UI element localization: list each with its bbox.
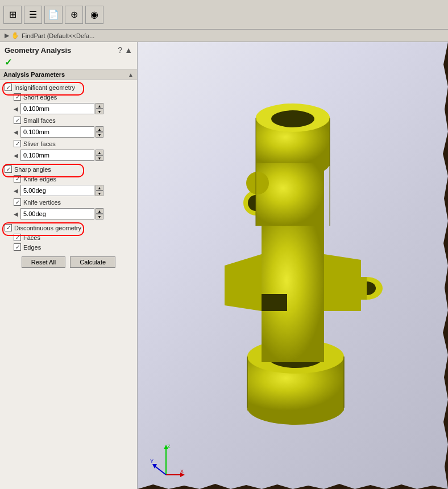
short-edges-item: Short edges bbox=[0, 92, 137, 102]
short-edges-input[interactable] bbox=[20, 103, 94, 114]
knife-vertices-input-row: ◀ ▲ ▼ bbox=[0, 207, 137, 221]
short-edges-label[interactable]: Short edges bbox=[23, 94, 57, 101]
faces-label[interactable]: Faces bbox=[23, 234, 40, 241]
green-checkmark: ✓ bbox=[0, 56, 137, 69]
knife-vertices-item: Knife vertices bbox=[0, 197, 137, 207]
small-faces-checkbox[interactable] bbox=[14, 117, 21, 124]
small-faces-input-row: ◀ ▲ ▼ bbox=[0, 125, 137, 139]
section-title: Analysis Parameters bbox=[3, 71, 65, 78]
right-boss-body bbox=[324, 277, 367, 300]
sliver-faces-label[interactable]: Sliver faces bbox=[23, 140, 56, 147]
small-faces-label[interactable]: Small faces bbox=[23, 117, 56, 124]
grid-button[interactable]: ⊞ bbox=[3, 6, 22, 24]
small-faces-spinner: ▲ ▼ bbox=[96, 126, 103, 138]
panel-title: Geometry Analysis bbox=[5, 46, 71, 55]
short-edges-nav-left-icon[interactable]: ◀ bbox=[13, 105, 19, 113]
sliver-faces-input[interactable] bbox=[20, 150, 94, 161]
short-edges-spin-down[interactable]: ▼ bbox=[96, 109, 103, 114]
knife-edges-nav-left-icon[interactable]: ◀ bbox=[13, 187, 19, 195]
document-title: FindPart (Default<<Defa... bbox=[22, 32, 94, 39]
discontinuous-geometry-label[interactable]: Discontinuous geometry bbox=[14, 225, 81, 231]
short-edges-checkbox[interactable] bbox=[14, 93, 21, 101]
knife-edges-input-row: ◀ ▲ ▼ bbox=[0, 184, 137, 197]
short-edges-spinner: ▲ ▼ bbox=[96, 103, 103, 114]
hand-icon: ✋ bbox=[11, 32, 19, 39]
section-collapse-icon: ▲ bbox=[128, 72, 134, 78]
short-edges-input-row: ◀ ▲ ▼ bbox=[0, 102, 137, 115]
toolbar: ⊞ ☰ 📄 ⊕ ◉ bbox=[0, 0, 448, 30]
part-svg bbox=[173, 67, 418, 453]
edges-item: Edges bbox=[0, 242, 137, 252]
knife-edges-spin-up[interactable]: ▲ bbox=[96, 185, 103, 190]
knife-vertices-label[interactable]: Knife vertices bbox=[23, 199, 61, 206]
sharp-angles-label[interactable]: Sharp angles bbox=[14, 166, 51, 173]
insignificant-geometry-checkbox[interactable] bbox=[5, 84, 12, 91]
axes: Z X Y bbox=[149, 444, 183, 478]
left-wing bbox=[225, 254, 262, 311]
left-panel: Geometry Analysis ? ▲ ✓ Analysis Paramet… bbox=[0, 42, 138, 489]
calculate-button[interactable]: Calculate bbox=[70, 256, 115, 268]
knife-vertices-input[interactable] bbox=[20, 208, 94, 219]
upper-hole bbox=[271, 110, 314, 127]
sharp-angles-item: Sharp angles bbox=[0, 164, 137, 174]
knife-edges-spin-down[interactable]: ▼ bbox=[96, 190, 103, 196]
main-area: Geometry Analysis ? ▲ ✓ Analysis Paramet… bbox=[0, 42, 448, 489]
knife-edges-spinner: ▲ ▼ bbox=[96, 185, 103, 196]
torn-edge-right bbox=[437, 42, 448, 489]
collapse-icon[interactable]: ▲ bbox=[125, 45, 132, 55]
sliver-faces-spin-down[interactable]: ▼ bbox=[96, 155, 103, 161]
faces-checkbox[interactable] bbox=[14, 234, 21, 241]
knife-vertices-spin-up[interactable]: ▲ bbox=[96, 208, 103, 214]
sharp-angles-checkbox[interactable] bbox=[5, 165, 12, 173]
upper-body-section bbox=[256, 163, 324, 226]
insignificant-geometry-label[interactable]: Insignificant geometry bbox=[14, 84, 75, 91]
knife-vertices-spinner: ▲ ▼ bbox=[96, 208, 103, 219]
upper-left-attach bbox=[246, 172, 269, 194]
expand-arrow-icon: ▶ bbox=[5, 32, 9, 39]
sliver-faces-item: Sliver faces bbox=[0, 139, 137, 148]
small-faces-spin-up[interactable]: ▲ bbox=[96, 126, 103, 132]
insignificant-geometry-item: Insignificant geometry bbox=[0, 82, 137, 92]
knife-edges-checkbox[interactable] bbox=[14, 175, 21, 183]
notch bbox=[262, 294, 287, 311]
sliver-faces-checkbox[interactable] bbox=[14, 140, 21, 147]
x-label: X bbox=[180, 469, 184, 474]
knife-edges-input[interactable] bbox=[20, 185, 94, 196]
panel-header-icons: ? ▲ bbox=[118, 45, 132, 55]
viewport[interactable]: Z X Y bbox=[138, 42, 448, 489]
edges-label[interactable]: Edges bbox=[23, 244, 41, 251]
sliver-faces-nav-left-icon[interactable]: ◀ bbox=[13, 151, 19, 160]
button-row: Reset All Calculate bbox=[0, 252, 137, 272]
panel-header: Geometry Analysis ? ▲ bbox=[0, 42, 137, 56]
knife-vertices-nav-left-icon[interactable]: ◀ bbox=[13, 210, 19, 218]
small-faces-input[interactable] bbox=[20, 126, 94, 138]
axes-svg: Z X Y bbox=[149, 444, 186, 480]
discontinuous-geometry-checkbox[interactable] bbox=[5, 224, 12, 231]
properties-button[interactable]: 📄 bbox=[44, 6, 63, 24]
appearance-button[interactable]: ◉ bbox=[85, 6, 103, 24]
y-label: Y bbox=[150, 458, 154, 464]
help-icon[interactable]: ? bbox=[118, 45, 122, 55]
reset-all-button[interactable]: Reset All bbox=[22, 256, 65, 268]
edges-checkbox[interactable] bbox=[14, 243, 21, 251]
short-edges-spin-up[interactable]: ▲ bbox=[96, 103, 103, 109]
knife-edges-label[interactable]: Knife edges bbox=[23, 176, 56, 183]
crosshair-button[interactable]: ⊕ bbox=[65, 6, 83, 24]
analysis-content: Insignificant geometry Short edges ◀ ▲ ▼… bbox=[0, 80, 137, 275]
knife-vertices-spin-down[interactable]: ▼ bbox=[96, 214, 103, 219]
sliver-faces-spinner: ▲ ▼ bbox=[96, 150, 103, 161]
list-button[interactable]: ☰ bbox=[24, 6, 42, 24]
small-faces-item: Small faces bbox=[0, 115, 137, 125]
discontinuous-geometry-item: Discontinuous geometry bbox=[0, 223, 137, 233]
knife-edges-item: Knife edges bbox=[0, 174, 137, 184]
small-faces-spin-down[interactable]: ▼ bbox=[96, 132, 103, 138]
analysis-params-section-header[interactable]: Analysis Parameters ▲ bbox=[0, 69, 137, 80]
part-container bbox=[155, 65, 437, 455]
small-faces-nav-left-icon[interactable]: ◀ bbox=[13, 128, 19, 136]
title-bar: ▶ ✋ FindPart (Default<<Defa... bbox=[0, 30, 448, 42]
faces-item: Faces bbox=[0, 233, 137, 242]
knife-vertices-checkbox[interactable] bbox=[14, 198, 21, 206]
sliver-faces-spin-up[interactable]: ▲ bbox=[96, 150, 103, 155]
sliver-faces-input-row: ◀ ▲ ▼ bbox=[0, 148, 137, 162]
z-label: Z bbox=[167, 444, 171, 449]
